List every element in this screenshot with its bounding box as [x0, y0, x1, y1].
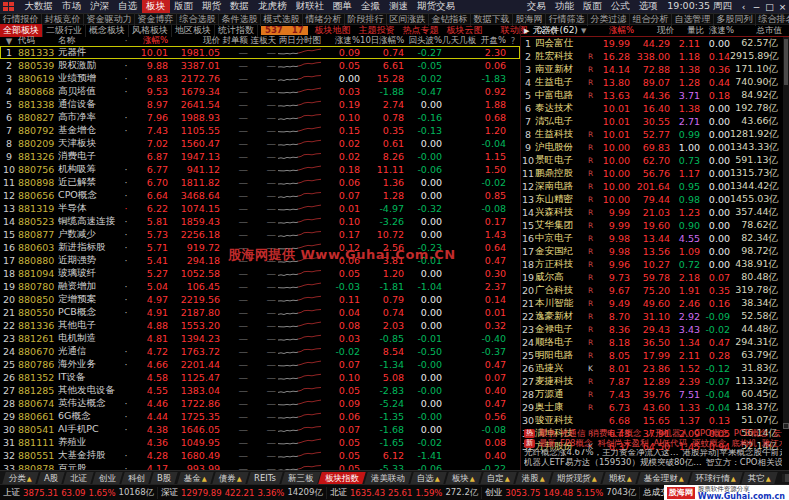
right-table-row[interactable]: 13东山精密R10.0079.440.980.001455.03亿 [521, 193, 782, 206]
left-header-cell[interactable]: 连板天 [248, 35, 276, 47]
table-row[interactable]: 15880877户数减少·5.732256.18——0.1710.720.001… [0, 228, 520, 241]
menu-item[interactable]: 自选 [114, 0, 142, 13]
menu-item[interactable]: 大数据 [20, 0, 58, 13]
restore-icon[interactable]: □ [763, 2, 776, 12]
menu-item[interactable]: 交易 [522, 0, 550, 13]
sector-select[interactable]: ▶ 元器件(62) ▼ [521, 24, 600, 37]
concept-item[interactable]: FP8概念 [560, 439, 592, 449]
menu-item[interactable]: 财联社 [291, 0, 329, 13]
right-table-row[interactable]: 16中京电子R9.9813.444.550.0082.34亿 [521, 232, 782, 245]
right-table-row[interactable]: 11鹏鼎控股R10.0056.761.170.001315.73亿 [521, 167, 782, 180]
right-table-row[interactable]: 27麦捷科技R7.8712.892.39-0.07113.32亿 [521, 375, 782, 388]
bottom-tab[interactable]: REITs [247, 472, 282, 484]
concept-item[interactable]: 人形机器人 [647, 429, 690, 439]
right-table-row[interactable]: 12深南电路R10.00201.640.950.001344.42亿 [521, 180, 782, 193]
table-row[interactable]: 22881336其他电子4.881553.20——0.082.030.000.3… [0, 319, 520, 332]
bottom-tab[interactable]: 北证 [64, 472, 94, 484]
index-segment[interactable]: 深证12979.89422.213.36%14209亿 [158, 487, 327, 499]
bottom-tab[interactable]: 港股▲ [515, 472, 551, 484]
index-segment[interactable]: 创业3053.75149.485.15%7043亿 [482, 487, 640, 499]
table-row[interactable]: 25880786海外业务·4.662201.44——0.07-1.34-0.00… [0, 358, 520, 371]
close-icon[interactable]: × [776, 2, 789, 12]
right-table-row[interactable]: 10景旺电子R10.0062.700.730.00591.13亿 [521, 154, 782, 167]
right-table-row[interactable]: 29奥士康R6.7343.601.33-0.04138.37亿 [521, 401, 782, 414]
right-table-row[interactable]: 26迅捷兴K8.0123.861.52-0.1231.83亿 [521, 362, 782, 375]
bottom-tab[interactable]: 分类▲ [2, 472, 38, 484]
table-row[interactable]: 10880756机构吸筹·6.77941.12——0.1811.11-0.061… [0, 163, 520, 176]
table-row[interactable]: 4880868高贝塔值·9.531679.34——0.03-1.88-0.470… [0, 85, 520, 98]
bottom-tab[interactable]: 创业 [93, 472, 123, 484]
concept-item[interactable]: 科创尚未盈利 [597, 439, 648, 449]
right-table-row[interactable]: 21本川智能R9.4949.602.460.1638.34亿 [521, 297, 782, 310]
news-item[interactable]: 港股异动|苹果概念股午前走高 四季度… [683, 449, 782, 459]
right-table-row[interactable]: 5中富电路R13.6344.363.710.1884.92亿 [521, 89, 782, 102]
menu-item[interactable]: 市场 [58, 0, 86, 13]
collapse-icon[interactable]: ‹ [737, 2, 750, 12]
right-table-row[interactable]: 25明阳电路R8.0517.992.110.2863.79亿 [521, 349, 782, 362]
table-row[interactable]: 19880780融资增加·5.04106.45——-0.03-1.81-1.04… [0, 280, 520, 293]
table-row[interactable]: 31881111养殖业4.361049.95——0.05-1.65-0.020.… [0, 436, 520, 449]
table-row[interactable]: 20880850定增预案·4.972219.56——0.110.790.000.… [0, 293, 520, 306]
table-row[interactable]: 6880827高市净率·7.961988.93——0.100.78-0.160.… [0, 111, 520, 124]
right-header-cell[interactable]: 涨幅% [600, 25, 634, 37]
right-table-row[interactable]: 2胜宏科技R16.28338.001.180.142915.89亿 [521, 50, 782, 63]
bottom-scrollbar[interactable] [782, 474, 789, 482]
left-header-cell[interactable]: 10日涨幅% [360, 35, 404, 47]
right-table-row[interactable]: 30骏亚科技6.6815.651.370.1351.07亿 [521, 414, 782, 427]
right-table-row[interactable]: 6泰达技术10.0116.401.380.00192.78亿 [521, 102, 782, 115]
concept-item[interactable]: 光通信 [560, 429, 586, 439]
concept-item[interactable]: PCB概念 [734, 429, 768, 439]
right-scrollbar[interactable] [783, 37, 789, 427]
bottom-tab[interactable]: 板块指数 [318, 472, 365, 484]
right-table-row[interactable]: 4生益电子R13.8089.071.280.44740.90亿 [521, 76, 782, 89]
menu-item[interactable]: 功能 [550, 0, 578, 13]
bottom-tab[interactable]: 自选▲ [410, 472, 446, 484]
bottom-tab[interactable]: 自定▲ [480, 472, 516, 484]
table-row[interactable]: 3880619业绩预增·9.832172.76——0.0015.28-0.02-… [0, 72, 520, 85]
bottom-tab[interactable]: 环球行情▲ [689, 472, 742, 484]
right-table-row[interactable]: 19威尔高R9.7359.782.180.0780.48亿 [521, 271, 782, 284]
concept-item[interactable]: 驱蚊概念 [692, 439, 726, 449]
right-table-row[interactable]: 14兴森科技R9.9921.031.230.00357.44亿 [521, 206, 782, 219]
right-table-row[interactable]: 8生益科技R10.0152.770.990.001281.92亿 [521, 128, 782, 141]
menu-item[interactable]: 期货交易 [413, 0, 460, 13]
right-table-row[interactable]: 15艾华集团R9.9919.600.900.0078.62亿 [521, 219, 782, 232]
right-header-cell[interactable]: 量比 [674, 25, 704, 37]
menu-item[interactable]: 数据 [226, 0, 254, 13]
bottom-tab[interactable]: 其它▲ [741, 472, 777, 484]
scrollbar-thumb[interactable] [785, 474, 789, 482]
table-row[interactable]: 28880674英伟达概念·4.461722.86——0.09-5.240.00… [0, 397, 520, 410]
table-row[interactable]: 17880880近期强势·5.41294.18——0.063.81-0.010.… [0, 254, 520, 267]
right-table-row[interactable]: 9沪电股份R10.0069.831.000.001343.33亿 [521, 141, 782, 154]
right-header-cell[interactable]: 总市值 [734, 25, 782, 37]
concept-item[interactable]: 消费电子概念 [591, 429, 642, 439]
right-table-row[interactable]: 3南亚新材R14.1472.881.380.36171.10亿 [521, 63, 782, 76]
right-table-row[interactable]: 28万源通R7.4339.767.51-0.0460.45亿 [521, 388, 782, 401]
bottom-tab[interactable]: 期货现货▲ [550, 472, 603, 484]
concept-item[interactable]: AI低代码 [653, 439, 687, 449]
left-header-cell[interactable]: 涨速% [324, 35, 360, 47]
right-header-cell[interactable]: 涨速% [704, 25, 734, 37]
bottom-tab[interactable]: 科创 [122, 472, 152, 484]
news-item[interactable]: 光纤概念涨4.67%，主力资金净流入这… [524, 449, 679, 459]
bottom-tab[interactable]: 债券▲ [212, 472, 248, 484]
left-header-cell[interactable]: ? [506, 36, 520, 46]
left-header-cell[interactable]: 封单额 [220, 35, 248, 47]
bottom-tab[interactable]: 基金理财▲ [637, 472, 690, 484]
concept-item[interactable]: CPO概念 [694, 429, 729, 439]
menu-item[interactable]: 圈单 [329, 0, 357, 13]
right-table-row[interactable]: 24顺络电子R8.1836.501.340.47294.31亿 [521, 336, 782, 349]
right-table-row[interactable]: 23金禄电子R8.3629.433.43-0.0244.48亿 [521, 323, 782, 336]
table-row[interactable]: 2880539股权激励·9.883387.01——0.056.61-0.050.… [0, 59, 520, 72]
table-row[interactable]: 16880603新进指标股·5.71919.72——0.122.56-0.230… [0, 241, 520, 254]
right-table-row[interactable]: 22逸豪新材R8.7031.102.92-0.0952.58亿 [521, 310, 782, 323]
table-row[interactable]: 30880541AI手机PC·4.381646.05——0.07-1.680.0… [0, 423, 520, 436]
table-row[interactable]: 21880550PCB概念·4.912187.80——0.040.740.000… [0, 306, 520, 319]
right-table-row[interactable]: 7清弘电子10.0130.552.710.0043.66亿 [521, 115, 782, 128]
bottom-tab[interactable]: 期权▲ [602, 472, 638, 484]
menu-item[interactable]: 全撮 [357, 0, 385, 13]
right-table-row[interactable]: 18方正科技R9.9610.270.720.00438.91亿 [521, 258, 782, 271]
table-row[interactable]: 27881285其他发电设备4.551383.04——0.05-2.83-0.0… [0, 384, 520, 397]
right-table-row[interactable]: 17金安国纪R9.9813.561.090.0098.72亿 [521, 245, 782, 258]
bottom-tab[interactable]: 新三板 [281, 472, 320, 484]
